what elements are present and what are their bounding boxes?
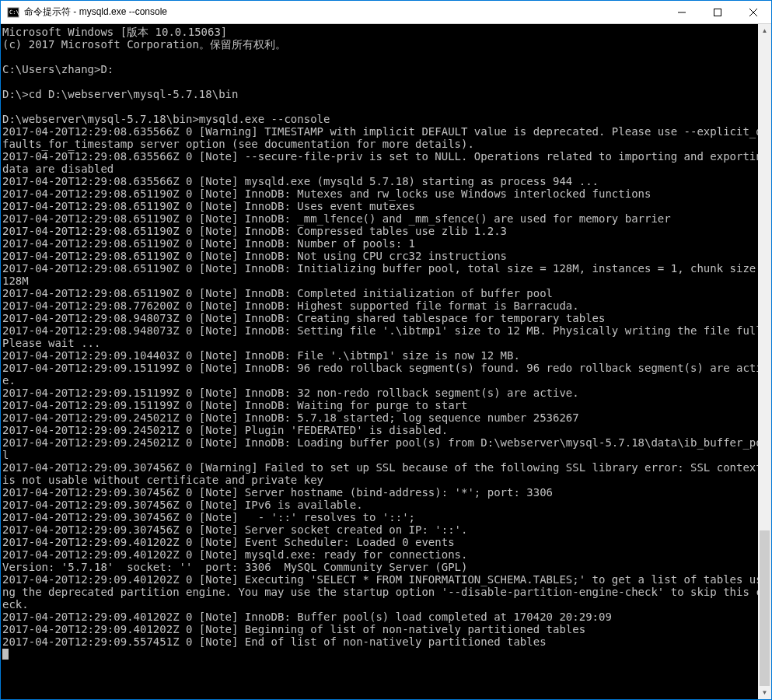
text-cursor: [2, 649, 9, 660]
scroll-thumb[interactable]: [760, 530, 770, 686]
titlebar-buttons: [664, 1, 771, 23]
close-button[interactable]: [735, 1, 771, 23]
console-body[interactable]: Microsoft Windows [版本 10.0.15063] (c) 20…: [1, 24, 771, 699]
minimize-button[interactable]: [664, 1, 700, 23]
svg-rect-3: [714, 9, 721, 16]
maximize-button[interactable]: [700, 1, 735, 23]
svg-text:C:\: C:\: [9, 9, 19, 16]
scroll-up-arrow[interactable]: ▲: [758, 24, 771, 37]
scroll-down-arrow[interactable]: ▼: [758, 686, 771, 699]
titlebar[interactable]: C:\ 命令提示符 - mysqld.exe --console: [1, 1, 771, 24]
app-icon: C:\: [7, 6, 19, 19]
vertical-scrollbar[interactable]: ▲ ▼: [758, 24, 771, 699]
scroll-track[interactable]: [758, 37, 771, 686]
window-title: 命令提示符 - mysqld.exe --console: [24, 5, 664, 19]
command-prompt-window: C:\ 命令提示符 - mysqld.exe --console Microso…: [0, 0, 772, 700]
console-output[interactable]: Microsoft Windows [版本 10.0.15063] (c) 20…: [1, 24, 771, 699]
